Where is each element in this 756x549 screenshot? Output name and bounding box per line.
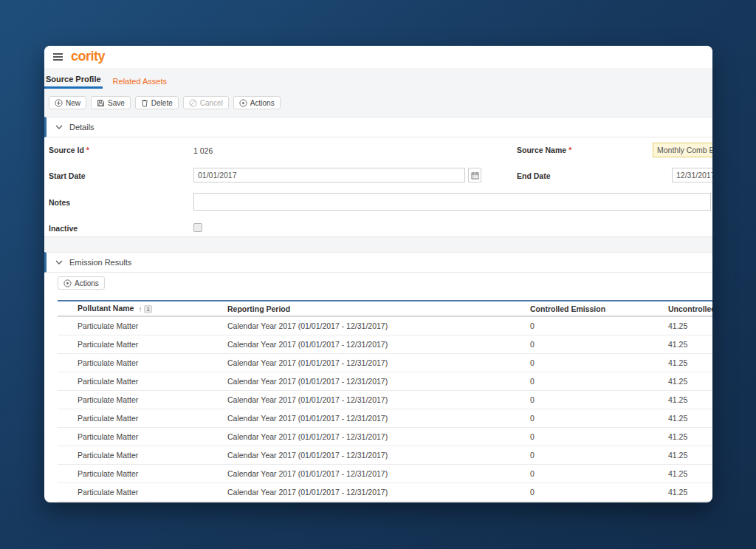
source-id-label: Source Id* [49,146,89,154]
emission-results-section-header: Emission Results [44,252,712,273]
end-date-label: End Date [517,171,551,180]
table-cell: Particulate Matter [58,469,227,478]
table-row[interactable]: Particulate MatterCalendar Year 2017 (01… [58,465,712,483]
table-cell: Calendar Year 2017 (01/01/2017 - 12/31/2… [227,414,530,423]
table-row[interactable]: Particulate MatterCalendar Year 2017 (01… [58,317,712,335]
table-cell: Calendar Year 2017 (01/01/2017 - 12/31/2… [227,377,530,386]
table-cell: Particulate Matter [58,432,227,441]
cancel-button-label: Cancel [200,99,223,107]
table-row[interactable]: Particulate MatterCalendar Year 2017 (01… [58,372,712,391]
table-cell: Calendar Year 2017 (01/01/2017 - 12/31/2… [227,321,530,330]
emission-actions-button[interactable]: Actions [58,276,105,290]
table-cell: 0 [530,377,668,386]
table-cell: 0 [530,340,668,349]
chevron-down-icon[interactable] [55,260,63,265]
emission-actions-button-label: Actions [75,279,99,287]
sort-asc-icon: ↑ [138,305,142,313]
source-name-label: Source Name* [517,146,571,154]
source-name-input[interactable] [653,143,712,157]
start-date-label: Start Date [49,171,86,180]
table-cell: Particulate Matter [58,395,227,404]
table-header-row: Pollutant Name↑1 Reporting Period Contro… [58,300,712,317]
actions-button[interactable]: Actions [233,96,281,109]
save-icon [97,99,105,107]
cancel-button[interactable]: Cancel [183,96,229,109]
table-cell: 0 [530,395,668,404]
notes-input[interactable] [193,193,711,211]
table-cell: Particulate Matter [58,377,227,386]
table-cell: 41.25 [668,358,712,367]
save-button[interactable]: Save [91,96,131,109]
table-cell: 0 [530,321,668,330]
table-cell: Calendar Year 2017 (01/01/2017 - 12/31/2… [227,451,530,460]
top-bar: cority [44,46,712,68]
column-header-pollutant-name[interactable]: Pollutant Name↑1 [58,304,227,313]
table-cell: 41.25 [668,488,712,497]
delete-button[interactable]: Delete [135,96,179,109]
table-cell: 0 [530,488,668,497]
table-cell: 0 [530,358,668,367]
table-cell: Particulate Matter [58,340,227,349]
source-id-value: 1 026 [193,146,213,155]
table-cell: Calendar Year 2017 (01/01/2017 - 12/31/2… [227,358,530,367]
table-cell: 41.25 [668,377,712,386]
start-date-input[interactable] [193,168,465,183]
table-cell: 41.25 [668,451,712,460]
table-cell: 0 [530,414,668,423]
tab-related-assets[interactable]: Related Assets [111,77,168,89]
table-cell: 0 [530,432,668,441]
table-cell: Calendar Year 2017 (01/01/2017 - 12/31/2… [227,488,530,497]
table-row[interactable]: Particulate MatterCalendar Year 2017 (01… [58,428,712,446]
save-button-label: Save [108,99,125,107]
column-header-reporting-period[interactable]: Reporting Period [227,304,530,313]
table-row[interactable]: Particulate MatterCalendar Year 2017 (01… [58,335,712,354]
table-row[interactable]: Particulate MatterCalendar Year 2017 (01… [58,354,712,372]
tab-source-profile[interactable]: Source Profile [44,75,103,89]
table-cell: 41.25 [668,414,712,423]
inactive-checkbox[interactable] [193,223,202,232]
emission-results-table: Pollutant Name↑1 Reporting Period Contro… [58,300,712,502]
table-cell: Particulate Matter [58,358,227,367]
new-button[interactable]: New [49,96,86,109]
end-date-input[interactable] [672,168,712,183]
details-section-header: Details [44,117,712,137]
table-cell: 41.25 [668,321,712,330]
column-header-uncontrolled-emission[interactable]: Uncontrolled Emission [668,304,712,313]
sort-order-badge: 1 [144,305,151,313]
calendar-icon[interactable] [468,168,481,183]
section-divider [44,236,712,252]
plus-circle-icon [55,99,63,107]
table-cell: Calendar Year 2017 (01/01/2017 - 12/31/2… [227,432,530,441]
table-row[interactable]: Particulate MatterCalendar Year 2017 (01… [58,483,712,502]
menu-icon[interactable] [53,53,63,61]
delete-button-label: Delete [151,99,173,107]
cority-logo: cority [71,49,105,64]
table-cell: 0 [530,451,668,460]
table-cell: Particulate Matter [58,451,227,460]
required-marker: * [568,146,571,154]
table-row[interactable]: Particulate MatterCalendar Year 2017 (01… [58,409,712,428]
table-row[interactable]: Particulate MatterCalendar Year 2017 (01… [58,446,712,465]
cancel-icon [189,99,197,107]
chevron-down-icon[interactable] [55,125,63,129]
actions-icon [63,279,72,287]
app-window: cority Source Profile Related Assets New… [44,46,712,502]
actions-icon [239,99,247,107]
table-cell: 41.25 [668,432,712,441]
column-header-controlled-emission[interactable]: Controlled Emission [530,304,668,313]
notes-label: Notes [49,198,70,207]
table-cell: 41.25 [668,469,712,478]
emission-results-section-title: Emission Results [69,258,131,267]
table-cell: Calendar Year 2017 (01/01/2017 - 12/31/2… [227,340,530,349]
details-section-title: Details [69,123,94,132]
inactive-label: Inactive [49,224,78,233]
tab-strip: Source Profile Related Assets [44,75,168,89]
table-cell: Particulate Matter [58,321,227,330]
table-row[interactable]: Particulate MatterCalendar Year 2017 (01… [58,391,712,409]
table-cell: Calendar Year 2017 (01/01/2017 - 12/31/2… [227,395,530,404]
table-cell: 41.25 [668,340,712,349]
table-cell: 41.25 [668,395,712,404]
toolbar: New Save Delete Cancel Actions [49,96,281,109]
trash-icon [141,99,148,107]
required-marker: * [86,146,89,154]
